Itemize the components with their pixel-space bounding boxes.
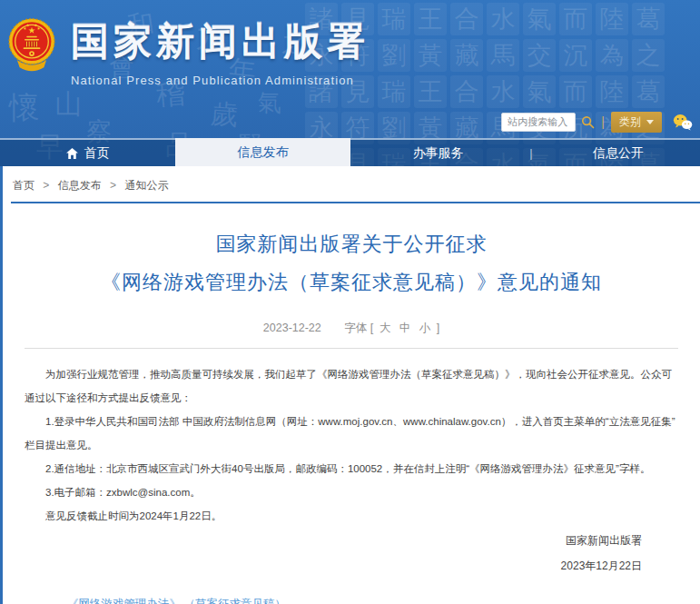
category-label: 类别 [619,114,641,130]
header-main: 国家新闻出版署 National Press and Publication A… [0,0,700,138]
search-icon[interactable] [581,115,595,129]
breadcrumb-current-page: 通知公示 [124,179,168,192]
nav-item-label: 信息公开 [593,145,644,162]
font-size-large-button[interactable]: 大 [380,322,391,334]
signature-date: 2023年12月22日 [25,553,642,579]
article-meta: 2023-12-22 字体 [ 大 中 小 ] [25,321,678,336]
nav-item-home[interactable]: 首页 [0,140,175,166]
publish-date: 2023-12-22 [263,322,321,334]
breadcrumb-info-release-link[interactable]: 信息发布 [58,179,102,192]
nav-item-services[interactable]: 办事服务 [350,140,526,166]
search-bar: | 类别 [501,111,693,133]
article-title: 国家新闻出版署关于公开征求 《网络游戏管理办法（草案征求意见稿）》意见的通知 [25,225,678,302]
home-icon [66,148,78,159]
breadcrumb-home-link[interactable]: 首页 [13,179,35,192]
font-size-bracket-open: [ [370,322,373,334]
site-subtitle: National Press and Publication Administr… [71,74,370,87]
breadcrumb-separator: > [43,179,49,192]
font-size-small-button[interactable]: 小 [419,322,431,334]
site-title: 国家新闻出版署 [71,16,370,67]
font-size-label: 字体 [344,322,367,334]
breadcrumb-rule [11,202,700,203]
chevron-down-icon [646,120,654,124]
nav-item-label: 办事服务 [413,145,464,162]
paragraph: 为加强行业规范管理，推动高质量可持续发展，我们起草了《网络游戏管理办法（草案征求… [25,362,678,410]
article-body: 为加强行业规范管理，推动高质量可持续发展，我们起草了《网络游戏管理办法（草案征求… [25,362,678,528]
paragraph: 意见反馈截止时间为2024年1月22日。 [25,504,678,528]
article-title-line2: 《网络游戏管理办法（草案征求意见稿）》意见的通知 [101,271,602,293]
wechat-icon[interactable] [673,114,693,131]
article: 国家新闻出版署关于公开征求 《网络游戏管理办法（草案征求意见稿）》意见的通知 2… [3,225,700,604]
national-emblem-icon [7,16,56,76]
nav-item-label: 首页 [84,145,110,162]
category-dropdown[interactable]: 类别 [611,112,662,133]
brand: 国家新闻出版署 National Press and Publication A… [71,16,370,87]
nav-separator: | [526,140,537,166]
attachment-link[interactable]: 《网络游戏管理办法》 （草案征求意见稿） [67,597,286,604]
meta-rule [25,348,678,349]
signature-block: 国家新闻出版署 2023年12月22日 [25,528,678,579]
nav-item-label: 信息发布 [238,144,289,161]
main-nav: 首页 信息发布 办事服务 | 信息公开 [0,138,700,166]
font-size-medium-button[interactable]: 中 [399,322,411,334]
breadcrumb-separator: > [110,179,116,192]
signature-org: 国家新闻出版署 [25,528,642,553]
search-input[interactable] [501,113,576,132]
font-size-bracket-close: ] [437,322,439,334]
paragraph: 2.通信地址：北京市西城区宣武门外大街40号出版局，邮政编码：100052，并在… [25,457,678,480]
nav-item-info-release[interactable]: 信息发布 [175,138,350,166]
paragraph: 1.登录中华人民共和国司法部 中国政府法制信息网（网址：www.moj.gov.… [25,410,678,457]
content-area: 首页 > 信息发布 > 通知公示 国家新闻出版署关于公开征求 《网络游戏管理办法… [0,166,700,604]
breadcrumb: 首页 > 信息发布 > 通知公示 [3,166,700,202]
search-divider: | [601,114,605,129]
nav-item-info-disclosure[interactable]: 信息公开 [537,140,700,166]
paragraph: 3.电子邮箱：zxbwlc@sina.com。 [25,480,678,504]
site-header: 諸見瑞王合水氣而陸葛永符劉黃藏馬交沉為之諸見瑞王合水氣而陸葛永符劉黃藏馬交沉為之… [0,0,700,166]
article-title-line1: 国家新闻出版署关于公开征求 [216,233,488,255]
